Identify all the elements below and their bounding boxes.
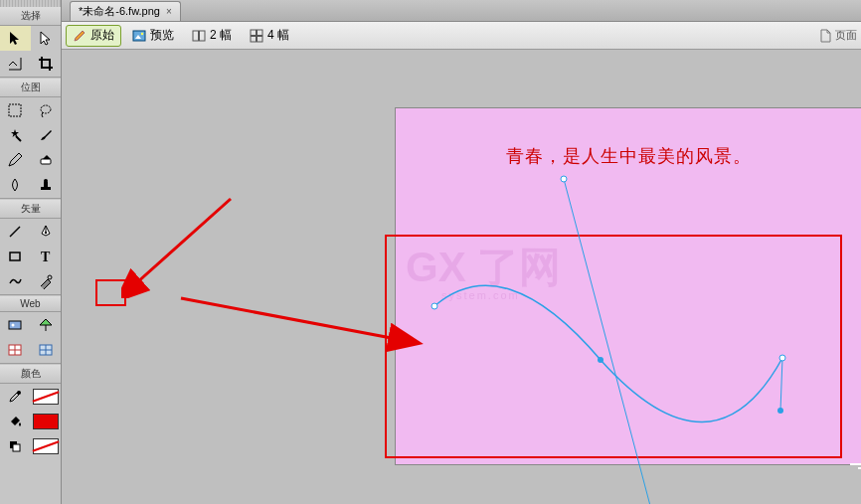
section-bitmap: 位图 bbox=[0, 79, 61, 97]
view-two-up-label: 2 幅 bbox=[210, 27, 232, 44]
svg-rect-13 bbox=[9, 321, 21, 329]
section-colors: 颜色 bbox=[0, 365, 61, 384]
blur-tool[interactable] bbox=[0, 172, 31, 197]
hide-slices[interactable] bbox=[0, 337, 31, 362]
annotation-arrow-1 bbox=[121, 189, 241, 298]
pencil-icon bbox=[73, 29, 86, 43]
rectangle-tool[interactable] bbox=[0, 244, 31, 268]
svg-text:T: T bbox=[41, 250, 51, 264]
fill-color-icon bbox=[33, 414, 59, 429]
show-slices[interactable] bbox=[31, 337, 62, 362]
annotation-box-pen-tool bbox=[95, 279, 126, 306]
svg-rect-28 bbox=[193, 31, 199, 41]
page-label: 页面 bbox=[835, 28, 857, 43]
two-up-icon bbox=[192, 29, 206, 43]
subselect-tool[interactable] bbox=[31, 26, 62, 51]
resize-handle-icon[interactable] bbox=[846, 449, 861, 471]
svg-point-12 bbox=[48, 275, 52, 279]
page-button[interactable]: 页面 bbox=[819, 28, 857, 43]
svg-rect-30 bbox=[251, 30, 257, 36]
scale-tool[interactable] bbox=[0, 51, 31, 76]
marquee-tool[interactable] bbox=[0, 97, 31, 122]
lasso-tool[interactable] bbox=[31, 97, 62, 122]
file-tab-title: *未命名-6.fw.png bbox=[79, 4, 160, 19]
four-up-icon bbox=[250, 29, 263, 43]
svg-point-22 bbox=[17, 391, 21, 395]
brush-tool[interactable] bbox=[31, 122, 62, 147]
fill-swatch[interactable] bbox=[31, 409, 62, 433]
svg-line-35 bbox=[181, 298, 418, 343]
svg-rect-0 bbox=[9, 104, 21, 116]
svg-line-2 bbox=[16, 136, 21, 141]
svg-rect-3 bbox=[41, 159, 51, 164]
page-icon bbox=[819, 29, 831, 43]
canvas-area[interactable]: 青春，是人生中最美的风景。 GX 了网 system.com bbox=[62, 50, 861, 504]
freeform-tool[interactable] bbox=[0, 268, 31, 293]
section-vector: 矢量 bbox=[0, 200, 61, 219]
hotspot-tool[interactable] bbox=[0, 312, 31, 337]
svg-point-6 bbox=[44, 179, 48, 183]
tool-panel: 选择 位图 矢量 bbox=[0, 0, 62, 504]
view-preview[interactable]: 预览 bbox=[125, 25, 181, 47]
svg-rect-24 bbox=[13, 444, 20, 451]
main-area: *未命名-6.fw.png × 原始 预览 2 幅 4 幅 bbox=[62, 0, 861, 504]
svg-rect-33 bbox=[258, 36, 263, 42]
line-tool[interactable] bbox=[0, 219, 31, 244]
view-original[interactable]: 原始 bbox=[66, 25, 121, 47]
svg-point-1 bbox=[41, 105, 51, 113]
svg-rect-32 bbox=[251, 36, 257, 42]
image-icon bbox=[132, 29, 146, 43]
slice-tool[interactable] bbox=[31, 312, 62, 337]
pointer-tool[interactable] bbox=[0, 26, 31, 51]
document-tabbar: *未命名-6.fw.png × bbox=[62, 0, 861, 22]
view-toolbar: 原始 预览 2 幅 4 幅 页面 bbox=[62, 22, 861, 50]
view-four-up-label: 4 幅 bbox=[267, 27, 289, 44]
stamp-tool[interactable] bbox=[31, 172, 62, 197]
wand-tool[interactable] bbox=[0, 122, 31, 147]
no-color[interactable] bbox=[31, 433, 62, 458]
eyedropper-tool[interactable] bbox=[0, 384, 31, 409]
svg-rect-10 bbox=[10, 252, 20, 260]
section-web: Web bbox=[0, 296, 61, 312]
svg-point-9 bbox=[45, 231, 47, 233]
panel-grip[interactable] bbox=[0, 0, 61, 7]
svg-point-27 bbox=[141, 32, 143, 34]
bucket-tool[interactable] bbox=[0, 409, 31, 433]
file-tab[interactable]: *未命名-6.fw.png × bbox=[70, 1, 181, 21]
view-four-up[interactable]: 4 幅 bbox=[243, 25, 296, 47]
crop-tool[interactable] bbox=[31, 51, 62, 76]
canvas-text: 青春，是人生中最美的风景。 bbox=[396, 144, 861, 168]
no-color-icon bbox=[33, 438, 59, 454]
default-colors[interactable] bbox=[0, 433, 31, 458]
svg-rect-31 bbox=[258, 30, 263, 36]
svg-rect-25 bbox=[133, 31, 145, 41]
artboard[interactable]: 青春，是人生中最美的风景。 bbox=[395, 107, 861, 465]
text-tool[interactable]: T bbox=[31, 244, 62, 268]
pen-tool[interactable] bbox=[31, 219, 62, 244]
knife-tool[interactable] bbox=[31, 268, 62, 293]
view-preview-label: 预览 bbox=[150, 27, 174, 44]
section-select: 选择 bbox=[0, 7, 61, 26]
eraser-tool[interactable] bbox=[31, 147, 62, 172]
stroke-color-icon bbox=[33, 389, 59, 405]
svg-rect-29 bbox=[200, 31, 206, 41]
view-original-label: 原始 bbox=[90, 27, 114, 44]
close-icon[interactable]: × bbox=[166, 6, 172, 17]
pencil-tool[interactable] bbox=[0, 147, 31, 172]
svg-rect-4 bbox=[41, 187, 51, 190]
view-two-up[interactable]: 2 幅 bbox=[185, 25, 239, 47]
stroke-swatch[interactable] bbox=[31, 384, 62, 409]
svg-point-14 bbox=[12, 323, 15, 326]
annotation-arrow-2 bbox=[171, 288, 430, 368]
svg-line-7 bbox=[10, 227, 20, 237]
svg-line-34 bbox=[136, 199, 231, 283]
